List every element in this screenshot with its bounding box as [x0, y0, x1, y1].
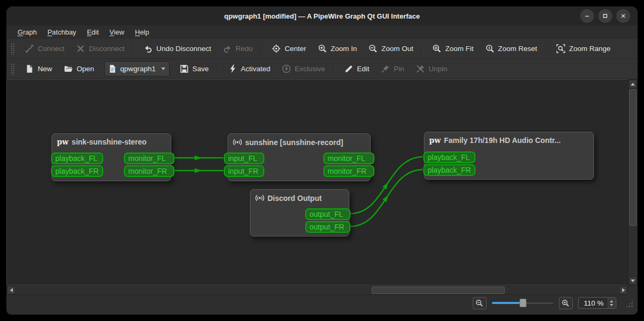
pipewire-icon: pw — [429, 137, 441, 144]
zoom-slider-handle[interactable] — [520, 299, 526, 307]
edit-button[interactable]: Edit — [338, 62, 375, 77]
spin-up-icon[interactable] — [610, 300, 613, 302]
open-folder-icon — [64, 64, 73, 73]
wire-arrow-icon — [195, 168, 202, 173]
toolbar-separator — [262, 43, 263, 55]
chevron-down-icon — [161, 67, 165, 70]
vertical-scrollbar[interactable] — [628, 79, 638, 285]
scroll-down-button[interactable] — [629, 276, 637, 285]
vertical-scroll-thumb[interactable] — [629, 89, 637, 226]
toolbar-grip-handle[interactable] — [11, 63, 15, 75]
spin-down-icon[interactable] — [610, 304, 613, 306]
unpin-button[interactable]: Unpin — [410, 62, 453, 77]
port-playback-fl[interactable]: playback_FL — [423, 151, 475, 163]
menu-graph[interactable]: Graph — [13, 27, 41, 38]
graph-canvas[interactable]: pw sink-sunshine-stereo playback_FL play… — [6, 79, 628, 285]
port-input-fr[interactable]: input_FR — [224, 165, 264, 177]
zoom-in-icon — [318, 44, 327, 53]
center-button[interactable]: Center — [266, 41, 312, 56]
scroll-up-button[interactable] — [629, 80, 637, 88]
node-sink-sunshine-stereo[interactable]: pw sink-sunshine-stereo playback_FL play… — [52, 133, 171, 181]
port-monitor-fl[interactable]: monitor_FL — [323, 153, 374, 164]
toolbar-separator — [218, 63, 219, 75]
scroll-up-icon — [631, 83, 635, 86]
scroll-right-button[interactable] — [619, 286, 628, 294]
save-icon — [180, 64, 189, 73]
status-zoom-out-button[interactable] — [473, 297, 487, 309]
port-playback-fl[interactable]: playback_FL — [51, 153, 103, 164]
spinbox-arrows — [607, 298, 616, 308]
port-playback-fr[interactable]: playback_FR — [51, 165, 103, 177]
menu-patchbay[interactable]: Patchbay — [43, 27, 81, 38]
connect-icon — [25, 44, 34, 53]
disconnect-button[interactable]: Disconnect — [70, 41, 130, 56]
pin-button[interactable]: Pin — [375, 62, 410, 77]
undo-button[interactable]: Undo Disconnect — [138, 41, 217, 56]
new-button[interactable]: New — [19, 62, 58, 77]
close-button[interactable] — [616, 9, 630, 23]
stream-icon — [255, 193, 264, 202]
port-monitor-fl[interactable]: monitor_FL — [124, 153, 174, 164]
open-button[interactable]: Open — [58, 62, 100, 77]
port-output-fl[interactable]: output_FL — [305, 208, 350, 220]
menu-view[interactable]: View — [105, 27, 129, 38]
scroll-left-button[interactable] — [7, 286, 15, 294]
graph-toolbar: Connect Disconnect Undo Disconnect Redo … — [6, 39, 638, 59]
node-family-hd-audio[interactable]: pw Family 17h/19h HD Audio Contr... play… — [424, 132, 594, 180]
scrollbar-corner — [628, 285, 638, 295]
port-output-fr[interactable]: output_FR — [305, 221, 350, 233]
zoom-out-button[interactable]: Zoom Out — [363, 41, 419, 56]
port-playback-fr[interactable]: playback_FR — [423, 164, 475, 176]
toolbar-grip-handle[interactable] — [11, 43, 15, 55]
activated-toggle[interactable]: Activated — [222, 62, 277, 77]
patchbay-toolbar: New Open qpwgraph1 Save Activated Exclus… — [6, 59, 638, 79]
node-title: Discord Output — [267, 194, 322, 202]
zoom-range-button[interactable]: Zoom Range — [550, 41, 616, 56]
toolbar-separator — [133, 43, 135, 55]
zoom-value: 110 % — [579, 299, 607, 307]
wire-arrow-icon — [195, 156, 202, 160]
zoom-out-icon — [369, 44, 378, 53]
menu-help[interactable]: Help — [130, 27, 154, 38]
wire-arrow-icon — [382, 181, 390, 190]
zoom-fit-button[interactable]: Zoom Fit — [426, 41, 479, 56]
maximize-button[interactable] — [598, 9, 612, 23]
connect-button[interactable]: Connect — [19, 41, 70, 56]
edit-pencil-icon — [344, 64, 353, 73]
menu-edit[interactable]: Edit — [82, 27, 103, 38]
zoom-slider[interactable] — [492, 298, 554, 308]
undo-icon — [144, 44, 153, 53]
app-window: qpwgraph1 [modified] — A PipeWire Graph … — [6, 6, 638, 315]
minimize-button[interactable] — [580, 9, 594, 23]
close-icon — [620, 13, 626, 19]
window-resize-grip[interactable] — [625, 300, 633, 308]
redo-icon — [223, 44, 232, 53]
horizontal-scrollbar[interactable] — [6, 285, 628, 295]
pin-icon — [381, 64, 390, 73]
status-zoom-in-button[interactable] — [559, 297, 573, 309]
horizontal-scroll-thumb[interactable] — [372, 286, 505, 294]
zoom-in-icon — [562, 299, 570, 307]
exclusive-toggle[interactable]: Exclusive — [276, 62, 331, 77]
toolbar-separator — [546, 43, 547, 55]
scroll-left-icon — [10, 288, 13, 292]
patchbay-selector[interactable]: qpwgraph1 — [104, 61, 170, 77]
title-bar[interactable]: qpwgraph1 [modified] — A PipeWire Graph … — [6, 6, 638, 26]
patchbay-selector-value: qpwgraph1 — [120, 65, 156, 73]
scroll-right-icon — [622, 288, 625, 292]
save-button[interactable]: Save — [174, 62, 215, 77]
connections-layer — [7, 80, 628, 285]
port-monitor-fr[interactable]: monitor_FR — [323, 165, 374, 177]
toolbar-separator — [334, 63, 335, 75]
maximize-icon — [602, 13, 608, 19]
zoom-reset-button[interactable]: Zoom Reset — [480, 41, 543, 56]
node-discord-output[interactable]: Discord Output output_FL output_FR — [250, 189, 349, 236]
port-monitor-fr[interactable]: monitor_FR — [124, 165, 174, 177]
minimize-icon — [584, 13, 590, 19]
zoom-spinbox[interactable]: 110 % — [578, 297, 616, 309]
node-sunshine-record[interactable]: sunshine [sunshine-record] input_FL inpu… — [228, 133, 371, 181]
zoom-in-button[interactable]: Zoom In — [312, 41, 363, 56]
port-input-fl[interactable]: input_FL — [224, 153, 264, 164]
pipewire-icon: pw — [57, 138, 69, 146]
redo-button[interactable]: Redo — [217, 41, 258, 56]
